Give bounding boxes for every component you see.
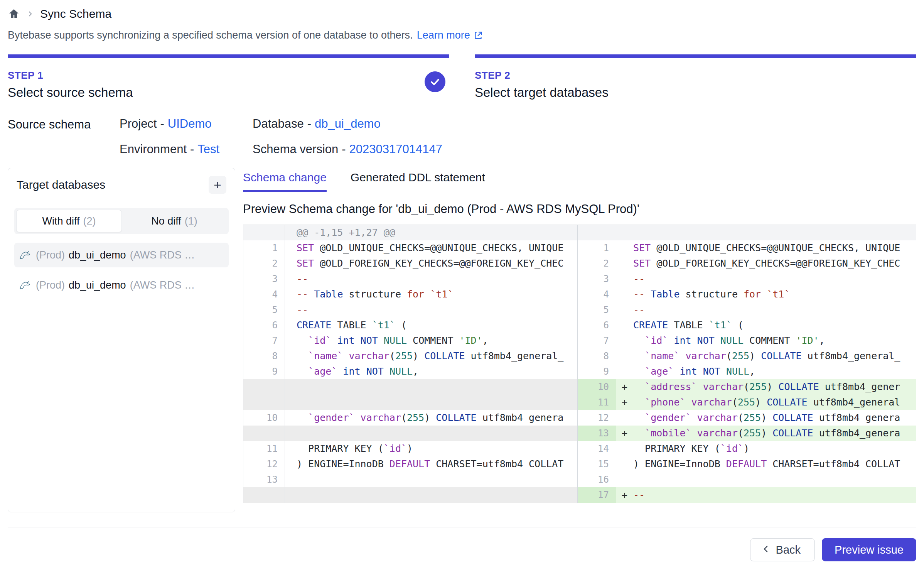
- code-line: --: [285, 302, 577, 318]
- line-number: 9: [578, 364, 616, 379]
- code-line: CREATE TABLE `t1` (: [285, 318, 577, 333]
- schema-diff-editor: @@ -1,15 +1,27 @@1SET @OLD_UNIQUE_CHECKS…: [243, 225, 916, 503]
- diff-row: 3--: [243, 271, 577, 287]
- chevron-left-icon: [761, 544, 771, 556]
- diff-row: 4-- Table structure for `t1`: [243, 287, 577, 302]
- diff-row: 8 `name` varchar(255) COLLATE utf8mb4_ge…: [243, 348, 577, 364]
- database-instance: (AWS RDS MySQL Prod): [130, 279, 199, 291]
- line-number: 17: [578, 487, 616, 503]
- diff-add-marker: +: [616, 426, 633, 441]
- code-line: [285, 379, 577, 395]
- line-number: 5: [243, 302, 285, 318]
- database-list-item[interactable]: (Prod) db_ui_demo (AWS RDS MySQL Prod): [14, 243, 229, 267]
- description-text: Bytebase supports synchronizing a specif…: [8, 29, 413, 41]
- field-database: Database-db_ui_demo: [253, 117, 442, 131]
- code-line: SET @OLD_UNIQUE_CHECKS=@@UNIQUE_CHECKS, …: [616, 240, 916, 256]
- schema-version-link[interactable]: 20230317014147: [349, 142, 442, 156]
- page-title: Sync Schema: [40, 7, 111, 20]
- diff-filter-toggle: With diff (2) No diff (1): [14, 208, 229, 234]
- mysql-icon: [19, 279, 32, 291]
- footer-divider: [8, 527, 916, 527]
- target-database-list: (Prod) db_ui_demo (AWS RDS MySQL Prod) (…: [8, 243, 235, 297]
- line-number: [243, 487, 285, 503]
- tab-no-diff[interactable]: No diff (1): [122, 210, 227, 232]
- page-description: Bytebase supports synchronizing a specif…: [8, 29, 916, 41]
- chevron-right-icon: [26, 10, 34, 18]
- line-number: [243, 395, 285, 410]
- code-line: `gender` varchar(255) COLLATE utf8mb4_ge…: [616, 410, 916, 426]
- database-name: db_ui_demo: [69, 279, 126, 291]
- line-number: 2: [243, 256, 285, 271]
- add-target-database-button[interactable]: +: [209, 176, 226, 194]
- diff-row: 11 PRIMARY KEY (`id`): [243, 441, 577, 456]
- step-1-title: Select source schema: [8, 85, 449, 100]
- code-line: SET @OLD_FOREIGN_KEY_CHECKS=@@FOREIGN_KE…: [285, 256, 577, 271]
- line-number: 2: [578, 256, 616, 271]
- target-databases-title: Target databases: [17, 178, 105, 191]
- code-line: CREATE TABLE `t1` (: [616, 318, 916, 333]
- line-number: 11: [578, 395, 616, 410]
- diff-pane-source[interactable]: @@ -1,15 +1,27 @@1SET @OLD_UNIQUE_CHECKS…: [243, 225, 577, 503]
- code-line: SET @OLD_UNIQUE_CHECKS=@@UNIQUE_CHECKS, …: [285, 240, 577, 256]
- diff-row: 12) ENGINE=InnoDB DEFAULT CHARSET=utf8mb…: [243, 456, 577, 472]
- code-line: +--: [616, 487, 916, 503]
- home-icon[interactable]: [8, 8, 20, 20]
- line-number: 12: [578, 410, 616, 426]
- diff-row: 5--: [243, 302, 577, 318]
- footer-actions: Back Preview issue: [8, 538, 916, 561]
- diff-row: [243, 487, 577, 503]
- line-number: 6: [578, 318, 616, 333]
- database-environment: (Prod): [36, 249, 65, 261]
- step-2-title: Select target databases: [475, 85, 916, 100]
- line-number: 6: [243, 318, 285, 333]
- line-number: 4: [578, 287, 616, 302]
- line-number: 5: [578, 302, 616, 318]
- code-line: `id` int NOT NULL COMMENT 'ID',: [616, 333, 916, 348]
- no-diff-count: (1): [185, 215, 197, 227]
- preview-tabs: Schema change Generated DDL statement: [243, 168, 916, 192]
- project-link[interactable]: UIDemo: [168, 117, 212, 130]
- diff-row: 13+ `mobile` varchar(255) COLLATE utf8mb…: [578, 426, 916, 441]
- preview-issue-button[interactable]: Preview issue: [822, 538, 916, 561]
- diff-row: 2SET @OLD_FOREIGN_KEY_CHECKS=@@FOREIGN_K…: [243, 256, 577, 271]
- code-line: `age` int NOT NULL,: [616, 364, 916, 379]
- target-databases-panel: Target databases + With diff (2) No diff…: [8, 168, 235, 512]
- diff-row: 7 `id` int NOT NULL COMMENT 'ID',: [578, 333, 916, 348]
- learn-more-link[interactable]: Learn more: [417, 29, 483, 41]
- line-number: 3: [243, 271, 285, 287]
- diff-row: [578, 225, 916, 240]
- diff-pane-target[interactable]: 1SET @OLD_UNIQUE_CHECKS=@@UNIQUE_CHECKS,…: [577, 225, 916, 503]
- tab-schema-change[interactable]: Schema change: [243, 171, 327, 192]
- environment-link[interactable]: Test: [197, 142, 219, 156]
- database-list-item[interactable]: (Prod) db_ui_demo (AWS RDS MySQL Prod): [14, 273, 229, 297]
- field-project: Project-UIDemo: [120, 117, 253, 131]
- database-link[interactable]: db_ui_demo: [315, 117, 381, 130]
- diff-row: 10+ `address` varchar(255) COLLATE utf8m…: [578, 379, 916, 395]
- diff-row: 13: [243, 472, 577, 487]
- diff-row: 12 `gender` varchar(255) COLLATE utf8mb4…: [578, 410, 916, 426]
- line-number: 12: [243, 456, 285, 472]
- diff-row: 9 `age` int NOT NULL,: [578, 364, 916, 379]
- code-line: `name` varchar(255) COLLATE utf8mb4_gene…: [285, 348, 577, 364]
- code-line: ) ENGINE=InnoDB DEFAULT CHARSET=utf8mb4 …: [285, 456, 577, 472]
- code-line: [616, 472, 916, 487]
- tab-generated-ddl[interactable]: Generated DDL statement: [351, 171, 485, 192]
- diff-row: 5--: [578, 302, 916, 318]
- check-icon: [429, 76, 441, 88]
- field-environment: Environment-Test: [120, 142, 253, 156]
- preview-title: Preview Schema change for 'db_ui_demo (P…: [243, 202, 916, 216]
- diff-row: 6CREATE TABLE `t1` (: [243, 318, 577, 333]
- code-line: + `mobile` varchar(255) COLLATE utf8mb4_…: [616, 426, 916, 441]
- with-diff-count: (2): [83, 215, 96, 227]
- code-line: ) ENGINE=InnoDB DEFAULT CHARSET=utf8mb4 …: [616, 456, 916, 472]
- line-number: 8: [578, 348, 616, 364]
- back-button[interactable]: Back: [750, 538, 815, 561]
- field-schema-version: Schema version-20230317014147: [253, 142, 442, 156]
- code-line: [285, 426, 577, 441]
- diff-row: 1SET @OLD_UNIQUE_CHECKS=@@UNIQUE_CHECKS,…: [243, 240, 577, 256]
- tab-with-diff[interactable]: With diff (2): [16, 210, 122, 232]
- hunk-header: [616, 225, 916, 240]
- step-1-progress-bar: [8, 54, 449, 58]
- diff-row: 17+--: [578, 487, 916, 503]
- hunk-header: @@ -1,15 +1,27 @@: [285, 225, 577, 240]
